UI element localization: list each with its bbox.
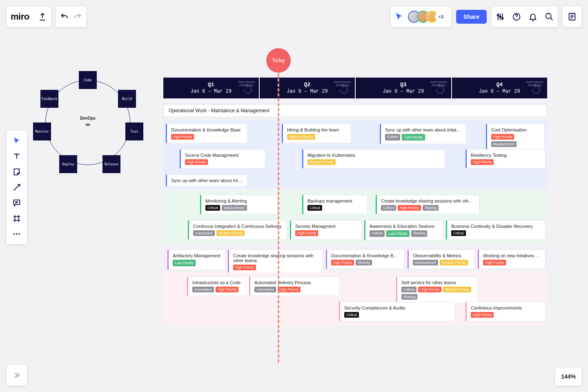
roadmap-card[interactable]: Create knowledge sharing sessions with o… — [228, 249, 323, 274]
tag: High Priority — [331, 260, 354, 265]
quarter-header[interactable]: Q1 Jan 6 – Mar 29 Continuous Feedback — [163, 78, 259, 98]
actions-card — [492, 7, 558, 27]
roadmap-card[interactable]: Awareness & Education Sesions CultureLow… — [364, 220, 443, 241]
roadmap-card[interactable]: Create knowledge sharing sessions with o… — [376, 195, 479, 214]
tag: Sharing — [411, 230, 427, 237]
card-title: Continous Integration & Continuous Deliv… — [193, 224, 283, 229]
roadmap-card[interactable]: Monitoring & Alerting CriticalMeasuremen… — [200, 195, 278, 214]
tag: High Priority — [171, 134, 194, 140]
roadmap-card[interactable]: Source Code Managmeent High Priority — [180, 149, 265, 169]
quarter-header-row: Q1 Jan 6 – Mar 29 Continuous Feedback Q2… — [163, 78, 547, 98]
tag: High Priority — [185, 159, 208, 165]
roadmap-card[interactable]: Business Continuity & Disaster Recovery … — [446, 220, 546, 240]
share-button[interactable]: Share — [456, 10, 487, 24]
arrow-tool-icon[interactable] — [12, 183, 21, 192]
devops-node[interactable]: Build — [118, 90, 136, 108]
search-icon[interactable] — [545, 12, 554, 21]
card-title: Artifactory Management — [173, 253, 221, 258]
card-title: Business Continuity & Disaster Recovery — [451, 224, 541, 229]
avatars[interactable]: +3 — [408, 11, 447, 23]
avatar-more[interactable]: +3 — [435, 11, 447, 23]
roadmap-card[interactable]: Resiliency Testing High Priority — [466, 149, 546, 169]
tag: Sharing — [401, 294, 417, 300]
roadmap-card[interactable]: Infrastructure as a Code AutomationHigh … — [187, 276, 253, 296]
devops-node[interactable]: Monitor — [33, 122, 51, 140]
tag: Culture — [370, 230, 385, 237]
roadmap-card[interactable]: Artifactory Management Low Priority — [167, 249, 225, 270]
devops-node[interactable]: Feedback — [40, 90, 58, 108]
cursor-icon[interactable] — [395, 12, 404, 21]
devops-node[interactable]: Test — [125, 122, 143, 140]
devops-node[interactable]: Code — [79, 71, 97, 89]
undo-icon[interactable] — [60, 12, 69, 21]
roadmap-card[interactable]: Working on new Initatives & Ideas High P… — [478, 249, 546, 269]
continuous-feedback-label: Continuous Feedback — [334, 81, 352, 87]
quarter-header[interactable]: Q2 Jan 6 – Mar 29 Continuous Feedback — [260, 78, 355, 98]
comment-icon[interactable] — [12, 198, 21, 207]
tag: High Priority — [278, 287, 301, 292]
roadmap-card[interactable]: Obeservability & Metrics MeasurementMedi… — [408, 249, 474, 269]
tag: Critical — [307, 205, 322, 211]
roadmap-card[interactable]: Sync up with other team about intiatives… — [380, 124, 466, 144]
card-title: Resiliency Testing — [471, 153, 541, 158]
roadmap-card[interactable]: Backups management Critical — [302, 195, 368, 214]
select-tool-icon[interactable] — [12, 136, 21, 145]
zoom-level[interactable]: 144% — [555, 368, 581, 385]
roadmap-card[interactable]: Secrets Managment High Priority — [290, 220, 362, 240]
devops-node[interactable]: Release — [102, 155, 120, 173]
help-icon[interactable] — [512, 12, 521, 21]
export-icon[interactable] — [38, 12, 47, 21]
collab-card: +3 — [391, 7, 451, 27]
separator — [33, 12, 34, 22]
canvas[interactable]: Today DevOps ∞ Code Build Test Release D… — [0, 0, 588, 392]
roadmap-card[interactable]: Security Compliances & Audits Critical — [339, 302, 455, 321]
tag: Sharing — [356, 260, 372, 265]
more-tools-icon[interactable] — [12, 229, 21, 238]
topbar-left: miro — [7, 7, 86, 27]
roadmap-card[interactable]: Migration to Kubernetes Medium Priority — [302, 149, 445, 169]
devops-diagram[interactable]: DevOps ∞ Code Build Test Release Deploy … — [35, 69, 141, 176]
svg-point-6 — [13, 233, 15, 235]
notes-icon[interactable] — [568, 12, 577, 21]
devops-node[interactable]: Deploy — [59, 155, 77, 173]
card-title: Secrets Managment — [295, 224, 357, 229]
bell-icon[interactable] — [528, 12, 537, 21]
card-title: Awareness & Education Sesions — [370, 224, 439, 229]
roadmap-card[interactable]: Sync up with other team about intiatives — [166, 174, 247, 187]
text-tool-icon[interactable] — [12, 152, 21, 161]
tag: High Priority — [471, 159, 494, 165]
tag: Critical — [451, 230, 466, 236]
roadmap-card[interactable]: Documentation & Knowledge Base High Prio… — [326, 249, 404, 269]
tag: Low Priority — [386, 230, 409, 237]
card-title: Migration to Kubernetes — [307, 153, 441, 158]
tag: Critical — [205, 205, 220, 211]
operational-row[interactable]: Operational Work - Maintaince & Manageme… — [163, 104, 547, 117]
tag: High Priority — [491, 134, 514, 140]
roadmap-card[interactable]: Automated Delivery Process AutomationHig… — [249, 276, 340, 296]
quarter-header[interactable]: Q3 Jan 6 – Mar 29 Continuous Feedback — [356, 78, 451, 98]
frame-tool-icon[interactable] — [12, 214, 21, 223]
today-marker: Today — [266, 48, 291, 73]
roadmap-card[interactable]: Cost Optimisation High PriorityMeasureme… — [486, 124, 545, 151]
app-logo[interactable]: miro — [11, 11, 29, 22]
card-title: Obeservability & Metrics — [413, 253, 470, 258]
roadmap-card[interactable]: Continous Integration & Continuous Deliv… — [188, 220, 287, 240]
roadmap-board[interactable]: Q1 Jan 6 – Mar 29 Continuous Feedback Q2… — [163, 78, 547, 325]
expand-panel-button[interactable] — [7, 365, 27, 385]
quarter-header[interactable]: Q4 Jan 6 – Mar 29 Continuous Feedback — [452, 78, 548, 98]
card-title: Continious Improvements — [471, 305, 541, 310]
roadmap-card[interactable]: Continious Improvements High Priority — [466, 302, 546, 321]
lane-blue: Documentation & Knowledge Base High Prio… — [163, 120, 547, 188]
card-title: Documentation & Knowledge Base — [331, 253, 400, 258]
tag: Low Priority — [173, 260, 196, 266]
card-title: Create knowledge sharing sessions with o… — [233, 253, 318, 263]
redo-icon[interactable] — [73, 12, 82, 21]
roadmap-card[interactable]: Self service for other teams CultureHigh… — [396, 276, 478, 303]
continuous-feedback-label: Continuous Feedback — [526, 81, 544, 87]
roadmap-card[interactable]: Documentation & Knowledge Base High Prio… — [166, 124, 247, 143]
card-title: Self service for other teams — [401, 280, 473, 285]
roadmap-card[interactable]: Hiring & Building the team Medium Priori… — [282, 124, 351, 143]
settings-icon[interactable] — [496, 12, 505, 21]
tag: Culture — [401, 287, 416, 292]
sticky-note-icon[interactable] — [12, 167, 21, 176]
